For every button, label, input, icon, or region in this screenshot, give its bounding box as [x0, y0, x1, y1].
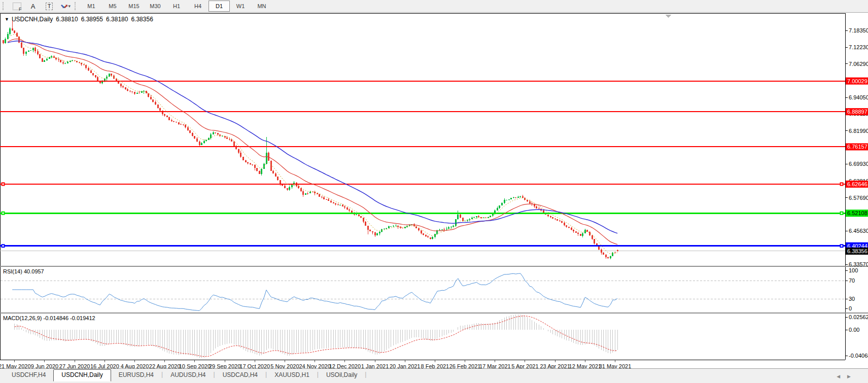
chart-tab-usoil[interactable]: USOil,Daily	[319, 370, 365, 380]
macd-pane-label: MACD(12,26,9) -0.014846 -0.019412	[3, 315, 95, 321]
text-box-tool-button[interactable]: T	[42, 1, 57, 12]
svg-text:7.12230: 7.12230	[849, 44, 868, 50]
ohlc-high: 6.38955	[81, 16, 103, 23]
arrow-objects-button[interactable]: ⬊⬈ ▾	[58, 1, 73, 12]
chart-symbol-label: USDCNH,Daily	[12, 16, 53, 23]
chart-frame	[0, 13, 868, 368]
svg-text:70: 70	[849, 277, 855, 284]
chart-tab-bar: USDCHF,H4USDCNH,DailyEURUSD,H4|AUDUSD,H4…	[0, 368, 868, 383]
chart-tab-xauusd[interactable]: XAUUSD,H1	[267, 370, 317, 380]
ohlc-open: 6.38810	[56, 16, 78, 23]
chart-tab-eurusd[interactable]: EURUSD,H4	[111, 370, 161, 380]
top-toolbar: F A T ⬊⬈ ▾ M1M5M15M30H1H4D1W1MN	[0, 0, 868, 13]
letter-a-icon: A	[31, 3, 36, 10]
timeframe-button-m15[interactable]: M15	[123, 1, 145, 12]
svg-text:7.06290: 7.06290	[849, 61, 868, 67]
tab-scroll-controls: ◀ ▶	[837, 374, 851, 379]
price-label-6.88897: 6.88897	[846, 108, 868, 115]
tabs-holder: USDCHF,H4USDCNH,DailyEURUSD,H4|AUDUSD,H4…	[4, 369, 366, 381]
price-label-6.62646: 6.62646	[846, 181, 868, 188]
toolbar-grip-2[interactable]	[75, 2, 78, 10]
price-axis: 7.183507.122307.062906.940506.881106.819…	[845, 27, 868, 267]
svg-text:6.88897: 6.88897	[847, 109, 867, 115]
arrows-icon: ⬊⬈	[60, 3, 66, 10]
svg-text:6.45630: 6.45630	[849, 228, 868, 234]
letter-t-icon: T	[46, 3, 53, 10]
svg-text:7.00029: 7.00029	[847, 78, 867, 84]
tab-divider: |	[365, 371, 366, 378]
svg-text:6.62646: 6.62646	[847, 181, 867, 187]
svg-text:100: 100	[849, 267, 858, 273]
timeframe-button-m5[interactable]: M5	[102, 1, 123, 12]
timeframe-button-w1[interactable]: W1	[230, 1, 251, 12]
svg-text:6.76157: 6.76157	[847, 144, 867, 150]
chart-canvas[interactable]: 7.183507.122307.062906.940506.881106.819…	[0, 0, 868, 383]
svg-text:0.025623: 0.025623	[849, 314, 868, 320]
dotted-grid-icon: F	[13, 3, 21, 10]
svg-text:6.33570: 6.33570	[849, 261, 868, 267]
timeframe-button-group: M1M5M15M30H1H4D1W1MN	[81, 1, 272, 12]
chart-tab-usdcnh[interactable]: USDCNH,Daily	[53, 369, 111, 381]
chart-tab-audusd[interactable]: AUDUSD,H4	[163, 370, 213, 380]
tab-scroll-left-icon[interactable]: ◀	[837, 374, 840, 379]
rsi-pane-label: RSI(14) 40.0957	[3, 268, 44, 274]
price-label-6.76157: 6.76157	[846, 143, 868, 150]
timeframe-button-m30[interactable]: M30	[145, 1, 166, 12]
timeframe-button-m1[interactable]: M1	[81, 1, 102, 12]
svg-text:6.52108: 6.52108	[847, 210, 867, 216]
font-tool-button[interactable]: A	[25, 1, 41, 12]
svg-text:6.94050: 6.94050	[849, 94, 868, 100]
chart-tab-usdcad[interactable]: USDCAD,H4	[215, 370, 265, 380]
timeframe-button-h1[interactable]: H1	[166, 1, 187, 12]
svg-text:7.18350: 7.18350	[849, 27, 868, 33]
tab-scroll-right-icon[interactable]: ▶	[847, 374, 851, 379]
svg-text:30: 30	[849, 296, 855, 302]
svg-text:6.57690: 6.57690	[849, 195, 868, 201]
svg-text:6.69930: 6.69930	[849, 161, 868, 167]
toolbar-grip[interactable]	[3, 2, 6, 10]
chart-tab-usdchf[interactable]: USDCHF,H4	[4, 370, 53, 380]
svg-text:0.00: 0.00	[849, 327, 859, 333]
ohlc-close: 6.38356	[131, 16, 153, 23]
macd-values: -0.014846 -0.019412	[43, 315, 95, 321]
svg-text:-0.040687: -0.040687	[849, 353, 868, 359]
timeframe-button-h4[interactable]: H4	[187, 1, 209, 12]
svg-text:0: 0	[849, 305, 852, 311]
current-price-label: 6.38356	[846, 248, 868, 255]
chart-title: ▼ USDCNH,Daily 6.38810 6.38955 6.38180 6…	[5, 16, 153, 23]
chevron-down-icon[interactable]: ▾	[68, 4, 71, 9]
ohlc-low: 6.38180	[106, 16, 128, 23]
price-label-6.52108: 6.52108	[846, 210, 868, 217]
mt4-terminal: { "toolbar": { "grid_tool_glyph": "F", "…	[0, 0, 868, 383]
grid-properties-button[interactable]: F	[9, 1, 24, 12]
svg-text:6.38356: 6.38356	[847, 248, 867, 254]
price-label-7.00029: 7.00029	[846, 78, 868, 85]
collapse-arrow-icon[interactable]: ▼	[5, 17, 9, 22]
rsi-value: 40.0957	[24, 268, 44, 274]
svg-text:6.81990: 6.81990	[849, 128, 868, 134]
timeframe-button-mn[interactable]: MN	[251, 1, 272, 12]
timeframe-button-d1[interactable]: D1	[209, 1, 230, 12]
